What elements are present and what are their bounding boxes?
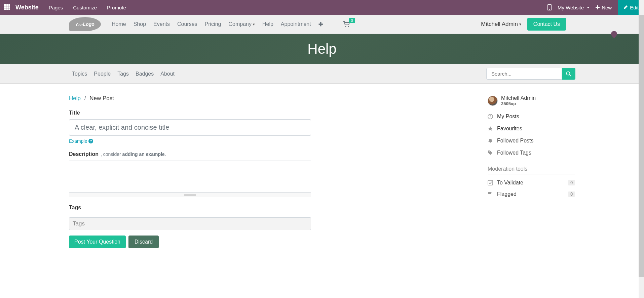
mobile-preview-icon[interactable] xyxy=(547,4,552,10)
search-button[interactable] xyxy=(562,68,575,80)
my-website-dropdown[interactable]: My Website xyxy=(558,5,590,10)
page-title: Help xyxy=(307,41,336,57)
avatar xyxy=(488,96,498,106)
star-icon xyxy=(488,126,493,131)
chevron-down-icon: ▾ xyxy=(253,22,255,27)
title-label: Title xyxy=(69,110,311,116)
svg-point-2 xyxy=(345,26,346,27)
apps-grid-icon[interactable] xyxy=(4,4,11,11)
discard-button[interactable]: Discard xyxy=(128,236,159,248)
svg-point-3 xyxy=(348,26,349,27)
tags-input[interactable] xyxy=(69,217,311,230)
nav-company[interactable]: Company ▾ xyxy=(228,21,255,27)
tags-icon xyxy=(488,150,493,156)
menu-customize[interactable]: Customize xyxy=(73,5,97,10)
nav-add-page[interactable]: ✚ xyxy=(318,21,323,28)
flag-icon xyxy=(488,191,493,197)
tab-badges[interactable]: Badges xyxy=(136,71,154,77)
sidebar-my-posts[interactable]: ? My Posts xyxy=(488,114,575,120)
app-brand: Website xyxy=(15,4,39,11)
sidebar-favourites[interactable]: Favourites xyxy=(488,126,575,132)
tab-tags[interactable]: Tags xyxy=(117,71,129,77)
moderation-heading: Moderation tools xyxy=(488,166,575,174)
help-circle-icon: ? xyxy=(88,139,93,143)
svg-text:?: ? xyxy=(489,115,491,119)
check-square-icon xyxy=(488,180,493,185)
chevron-down-icon: ▾ xyxy=(519,22,521,27)
mod-to-validate[interactable]: To Validate 0 xyxy=(488,180,575,186)
chevron-down-icon xyxy=(587,7,590,8)
sidebar-user-xp: 2505xp xyxy=(501,101,536,106)
admin-menu: Pages Customize Promote xyxy=(49,5,126,10)
nav-home[interactable]: Home xyxy=(112,21,126,27)
description-label: Description xyxy=(69,151,99,157)
forum-subnav: Topics People Tags Badges About xyxy=(0,64,644,84)
question-circle-icon: ? xyxy=(488,114,493,119)
menu-promote[interactable]: Promote xyxy=(107,5,126,10)
site-nav: Home Shop Events Courses Pricing Company… xyxy=(112,21,350,28)
sidebar-followed-posts[interactable]: Followed Posts xyxy=(488,138,575,144)
admin-topbar: Website Pages Customize Promote My Websi… xyxy=(0,0,644,15)
tags-label: Tags xyxy=(69,205,311,211)
main-content: Help / New Post Title Example ? Descript… xyxy=(0,84,644,262)
breadcrumb-current: New Post xyxy=(89,95,114,101)
svg-rect-7 xyxy=(488,180,493,185)
breadcrumb: Help / New Post xyxy=(69,95,311,102)
svg-point-4 xyxy=(567,72,570,75)
scrollbar-track[interactable] xyxy=(639,0,644,262)
example-link[interactable]: Example ? xyxy=(69,138,93,144)
site-header: YourLogo Home Shop Events Courses Pricin… xyxy=(0,15,644,34)
nav-pricing[interactable]: Pricing xyxy=(205,21,221,27)
sidebar-followed-tags[interactable]: Followed Tags xyxy=(488,150,575,156)
nav-help[interactable]: Help xyxy=(262,21,273,27)
cart-count-badge: 0 xyxy=(349,18,355,23)
sidebar: Mitchell Admin 2505xp ? My Posts Favouri… xyxy=(488,95,575,248)
new-button[interactable]: New xyxy=(596,5,612,10)
tab-topics[interactable]: Topics xyxy=(72,71,87,77)
site-logo[interactable]: YourLogo xyxy=(69,17,101,31)
search-input[interactable] xyxy=(486,68,562,80)
menu-pages[interactable]: Pages xyxy=(49,5,63,10)
svg-point-1 xyxy=(549,9,550,10)
description-hint: , consider adding an example. xyxy=(101,152,166,157)
cart-button[interactable]: 0 xyxy=(343,21,350,27)
flagged-count: 0 xyxy=(568,191,575,197)
scrollbar-thumb[interactable] xyxy=(639,15,644,262)
breadcrumb-root[interactable]: Help xyxy=(69,95,81,101)
description-editor[interactable] xyxy=(69,161,311,193)
page-hero: Help xyxy=(0,34,644,64)
to-validate-count: 0 xyxy=(568,180,575,185)
editor-resize-handle[interactable] xyxy=(69,193,311,197)
plus-icon: ✚ xyxy=(318,21,323,28)
title-input[interactable] xyxy=(69,119,311,136)
nav-shop[interactable]: Shop xyxy=(134,21,146,27)
nav-courses[interactable]: Courses xyxy=(177,21,197,27)
sidebar-user[interactable]: Mitchell Admin 2505xp xyxy=(488,95,575,106)
tab-people[interactable]: People xyxy=(94,71,111,77)
tab-about[interactable]: About xyxy=(160,71,175,77)
contact-us-button[interactable]: Contact Us xyxy=(527,18,566,31)
post-question-button[interactable]: Post Your Question xyxy=(69,236,126,248)
nav-appointment[interactable]: Appointment xyxy=(281,21,311,27)
nav-events[interactable]: Events xyxy=(153,21,170,27)
search-group xyxy=(486,68,575,80)
search-icon xyxy=(566,71,571,77)
form-column: Help / New Post Title Example ? Descript… xyxy=(69,95,311,248)
mod-flagged[interactable]: Flagged 0 xyxy=(488,191,575,197)
bell-icon xyxy=(488,138,493,143)
sidebar-user-name: Mitchell Admin xyxy=(501,95,536,101)
user-menu[interactable]: Mitchell Admin ▾ xyxy=(481,21,521,28)
